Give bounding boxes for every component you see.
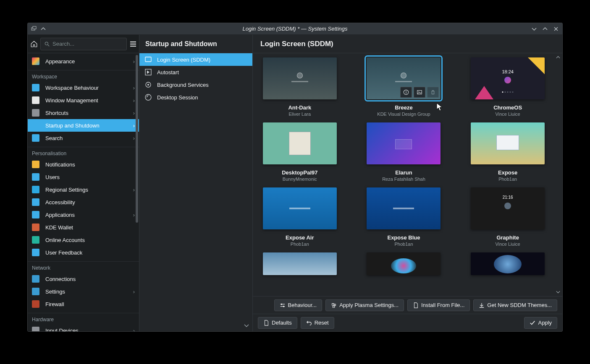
reset-button[interactable]: Reset: [301, 317, 334, 329]
theme-thumbnail[interactable]: [471, 122, 545, 164]
sidebar-item-label: KDE Wallet: [44, 224, 135, 231]
sidebar-scrollbar[interactable]: [136, 55, 138, 223]
theme-card[interactable]: 21:16 Graphite Vince Liuice: [468, 187, 547, 247]
sidebar-item-appearance[interactable]: Appearance ›: [28, 55, 139, 68]
close-button[interactable]: [552, 25, 560, 33]
subnav-item-desktop-session[interactable]: Desktop Session: [139, 91, 252, 104]
theme-card[interactable]: [364, 252, 443, 275]
theme-card[interactable]: Expose Air Phob1an: [260, 187, 339, 247]
theme-info-button[interactable]: [400, 87, 412, 98]
sidebar-item-label: Shortcuts: [44, 110, 129, 116]
sidebar-item-label: Users: [44, 174, 135, 180]
sidebar-item-notifications[interactable]: Notifications: [28, 158, 139, 171]
theme-thumbnail[interactable]: [367, 187, 441, 229]
sidebar-item-label: Applications: [44, 212, 129, 218]
main-panel: Login Screen (SDDM) Ant-Dark Eliver Lara…: [253, 35, 562, 331]
minimize-button[interactable]: [530, 25, 538, 33]
theme-thumbnail[interactable]: [263, 187, 337, 229]
sidebar-item-online-accounts[interactable]: Online Accounts: [28, 234, 139, 246]
theme-name: ChromeOS: [493, 104, 522, 111]
sidebar-item-workspace-behaviour[interactable]: Workspace Behaviour ›: [28, 81, 139, 94]
category-icon: [32, 249, 39, 256]
sidebar-item-accessibility[interactable]: Accessibility: [28, 196, 139, 208]
theme-thumbnail[interactable]: 18:24: [471, 57, 545, 99]
theme-thumbnail[interactable]: [263, 122, 337, 164]
sidebar-item-users[interactable]: Users: [28, 171, 139, 183]
theme-grid: Ant-Dark Eliver Lara Breeze KDE Visual D…: [253, 53, 555, 296]
theme-author: BunnyMnemonic: [283, 177, 317, 182]
subcategory-panel: Startup and Shutdown Login Screen (SDDM)…: [139, 35, 253, 331]
theme-author: Phob1an: [291, 242, 309, 247]
subnav-item-login-screen-sddm-[interactable]: Login Screen (SDDM): [139, 53, 252, 66]
sidebar-item-label: Regional Settings: [44, 187, 129, 193]
theme-preview-button[interactable]: [414, 87, 425, 98]
sidebar-item-startup-and-shutdown[interactable]: Startup and Shutdown ›: [28, 119, 139, 132]
sidebar-item-user-feedback[interactable]: User Feedback: [28, 246, 139, 259]
sidebar-item-input-devices[interactable]: Input Devices ›: [28, 324, 139, 331]
install-from-file-button[interactable]: Install From File...: [407, 299, 470, 311]
chevron-right-icon: ›: [133, 122, 135, 129]
theme-card[interactable]: 18:24 ChromeOS Vince Liuice: [468, 57, 547, 117]
search-field[interactable]: [40, 38, 127, 50]
theme-thumbnail[interactable]: [367, 252, 441, 275]
theme-card[interactable]: [260, 252, 339, 275]
maximize-button[interactable]: [541, 25, 549, 33]
titlebar-restore-icon[interactable]: [30, 25, 38, 33]
sidebar-item-kde-wallet[interactable]: KDE Wallet: [28, 221, 139, 234]
subnav-icon: [144, 68, 152, 76]
sidebar-item-label: Accessibility: [44, 199, 135, 205]
apply-plasma-button[interactable]: Apply Plasma Settings...: [325, 299, 404, 311]
category-icon: [32, 96, 39, 104]
svg-point-10: [406, 91, 407, 92]
get-new-themes-button[interactable]: Get New SDDM Themes...: [473, 299, 557, 311]
sidebar-item-shortcuts[interactable]: Shortcuts ›: [28, 107, 139, 119]
sidebar-item-label: Window Management: [44, 97, 129, 104]
theme-thumbnail[interactable]: [263, 57, 337, 99]
category-icon: [32, 109, 39, 117]
download-icon: [479, 302, 485, 308]
category-icon: [32, 236, 39, 244]
theme-card[interactable]: DesktopPal97 BunnyMnemonic: [260, 122, 339, 182]
theme-card[interactable]: Elarun Reza Fatahilah Shah: [364, 122, 443, 182]
svg-point-13: [419, 91, 420, 92]
theme-thumbnail[interactable]: [367, 122, 441, 164]
sidebar-item-applications[interactable]: Applications ›: [28, 208, 139, 221]
defaults-button[interactable]: Defaults: [258, 317, 297, 329]
sidebar-item-regional-settings[interactable]: Regional Settings ›: [28, 183, 139, 196]
subnav-item-background-services[interactable]: Background Services: [139, 78, 252, 91]
theme-card[interactable]: [468, 252, 547, 275]
category-icon: [32, 224, 39, 231]
theme-author: Eliver Lara: [289, 112, 311, 117]
sidebar-item-firewall[interactable]: Firewall: [28, 298, 139, 310]
theme-thumbnail[interactable]: 21:16: [471, 187, 545, 229]
apply-button[interactable]: Apply: [524, 317, 557, 329]
sidebar-item-window-management[interactable]: Window Management ›: [28, 94, 139, 107]
theme-thumbnail[interactable]: [471, 252, 545, 275]
search-input[interactable]: [52, 41, 123, 47]
sidebar-item-label: Settings: [44, 289, 129, 295]
chevron-right-icon: ›: [133, 212, 135, 218]
sidebar-list[interactable]: Appearance ›Workspace Workspace Behaviou…: [28, 53, 139, 331]
sidebar-section-header: Workspace: [28, 70, 139, 81]
theme-thumbnail[interactable]: [367, 57, 441, 99]
sidebar-item-connections[interactable]: Connections: [28, 273, 139, 285]
theme-author: Vince Liuice: [496, 242, 520, 247]
sidebar-item-search[interactable]: Search ›: [28, 132, 139, 144]
menu-button[interactable]: [129, 37, 137, 51]
chevron-right-icon: ›: [133, 110, 135, 116]
theme-delete-button[interactable]: [427, 87, 439, 98]
home-button[interactable]: [30, 37, 38, 51]
theme-card[interactable]: Breeze KDE Visual Design Group: [364, 57, 443, 117]
sidebar-item-settings[interactable]: Settings ›: [28, 285, 139, 298]
theme-card[interactable]: Ant-Dark Eliver Lara: [260, 57, 339, 117]
titlebar-up-icon[interactable]: [39, 25, 47, 33]
scroll-up-button[interactable]: [555, 54, 561, 61]
scroll-down-button[interactable]: [555, 289, 561, 295]
subnav-item-autostart[interactable]: Autostart: [139, 66, 252, 78]
theme-card[interactable]: Expose Phob1an: [468, 122, 547, 182]
theme-card[interactable]: Expose Blue Phob1an: [364, 187, 443, 247]
subnav-item-label: Autostart: [157, 69, 179, 75]
collapse-subnav-button[interactable]: [242, 321, 251, 330]
behaviour-button[interactable]: Behaviour...: [274, 299, 323, 311]
theme-thumbnail[interactable]: [263, 252, 337, 275]
